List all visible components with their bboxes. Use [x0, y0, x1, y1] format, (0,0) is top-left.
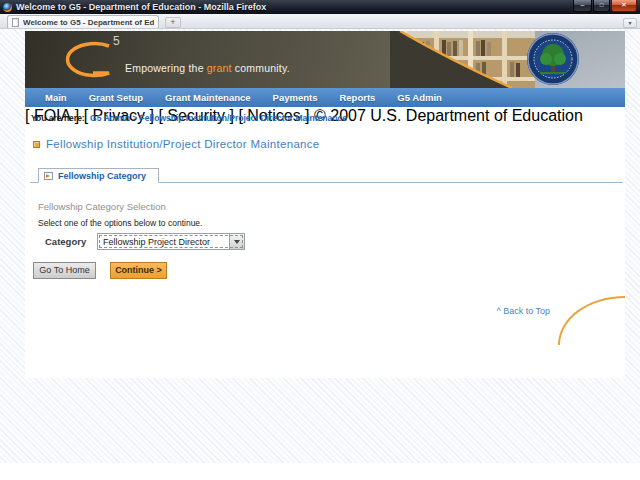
site-banner: 5 Empowering the grant community. — [25, 31, 625, 88]
nav-item-grant-maintenance[interactable]: Grant Maintenance — [165, 92, 251, 103]
nav-item-g5-admin[interactable]: G5 Admin — [397, 92, 442, 103]
tagline-post: community. — [232, 62, 290, 74]
category-select[interactable]: Fellowship Project Director — [97, 233, 245, 250]
section-title: Fellowship Category Selection — [38, 201, 166, 212]
tab-fellowship-category[interactable]: Fellowship Category — [38, 168, 159, 183]
bullet-icon — [33, 141, 40, 148]
close-button[interactable]: ✕ — [611, 0, 637, 12]
page-favicon-icon — [12, 18, 19, 27]
new-tab-button[interactable]: + — [165, 17, 181, 28]
doe-seal — [527, 33, 579, 85]
category-label: Category — [45, 236, 86, 247]
page-content: 5 Empowering the grant community. — [25, 31, 625, 378]
nav-item-main[interactable]: Main — [45, 92, 67, 103]
nav-item-payments[interactable]: Payments — [273, 92, 318, 103]
classroom-chairs-art — [558, 296, 625, 345]
browser-tab[interactable]: Welcome to G5 - Department of Edu... — [7, 15, 159, 28]
nav-item-reports[interactable]: Reports — [339, 92, 375, 103]
form-tab-icon — [44, 172, 53, 180]
browser-tab-title: Welcome to G5 - Department of Edu... — [23, 18, 154, 27]
tab-strip: Welcome to G5 - Department of Edu... + ▾ — [0, 14, 640, 29]
banner-tagline: Empowering the grant community. — [125, 62, 290, 74]
window-title: Welcome to G5 - Department of Education … — [16, 2, 266, 12]
page-viewport: 5 Empowering the grant community. — [0, 29, 640, 463]
firefox-icon — [3, 3, 12, 12]
back-to-top-link[interactable]: ^ Back to Top — [496, 306, 550, 316]
window-controls: – □ ✕ — [573, 0, 637, 12]
main-nav: Main Grant Setup Grant Maintenance Payme… — [25, 88, 625, 107]
go-to-home-button[interactable]: Go To Home — [33, 262, 96, 279]
bookshelf-art — [390, 31, 625, 88]
maximize-button[interactable]: □ — [593, 0, 610, 12]
nav-item-grant-setup[interactable]: Grant Setup — [89, 92, 143, 103]
breadcrumb-prefix: You are here: — [31, 113, 85, 123]
instruction-text: Select one of the options below to conti… — [38, 218, 202, 228]
tab-list-button[interactable]: ▾ — [623, 18, 637, 28]
minimize-button[interactable]: – — [573, 0, 592, 12]
breadcrumb: You are here: G5 Admin > Fellowship Inst… — [31, 113, 347, 123]
content-panel: You are here: G5 Admin > Fellowship Inst… — [25, 107, 625, 378]
g5-logo-number: 5 — [113, 34, 120, 48]
footer-copyright: © 2007 U.S. Department of Education — [314, 107, 583, 124]
window-titlebar: Welcome to G5 - Department of Education … — [0, 0, 640, 14]
g5-logo: 5 — [51, 35, 127, 83]
tagline-pre: Empowering the — [125, 62, 207, 74]
tagline-highlight: grant — [207, 62, 232, 74]
page-title-row: Fellowship Institution/Project Director … — [33, 138, 320, 150]
continue-button[interactable]: Continue > — [110, 262, 167, 279]
browser-window: Welcome to G5 - Department of Education … — [0, 0, 640, 480]
select-dropdown-arrow-icon[interactable] — [229, 234, 244, 249]
category-select-value: Fellowship Project Director — [98, 237, 229, 247]
tab-fellowship-category-label: Fellowship Category — [58, 171, 146, 181]
breadcrumb-path[interactable]: G5 Admin > Fellowship Institution/Projec… — [90, 113, 347, 123]
page-title: Fellowship Institution/Project Director … — [46, 138, 320, 150]
